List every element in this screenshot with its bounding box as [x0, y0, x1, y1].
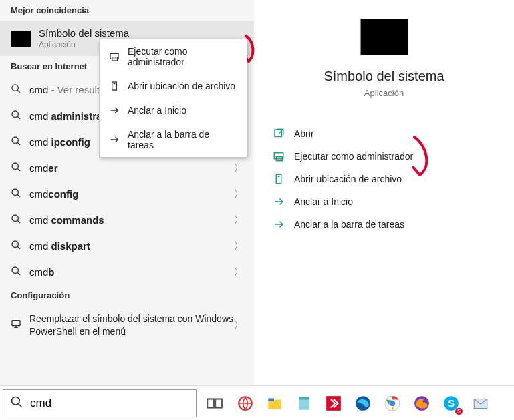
search-icon	[11, 188, 21, 200]
search-input[interactable]	[30, 397, 189, 410]
svg-text:S: S	[448, 397, 455, 409]
search-box[interactable]	[3, 389, 197, 417]
folder-icon	[109, 81, 120, 91]
chevron-right-icon: 〉	[234, 162, 243, 174]
search-icon	[11, 110, 21, 122]
action-loc[interactable]: Abrir ubicación de archivo	[273, 168, 495, 190]
monitor-icon	[11, 319, 21, 331]
open-icon	[273, 128, 285, 140]
taskbar-mail-icon[interactable]	[471, 393, 491, 413]
admin-icon	[109, 51, 120, 62]
action-pin-start-label: Anclar a Inicio	[294, 196, 353, 207]
svg-point-3	[12, 163, 18, 169]
action-pin-task-label: Anclar a la barra de tareas	[294, 219, 404, 230]
pin-start-icon	[273, 196, 285, 208]
svg-rect-8	[12, 321, 20, 326]
ctx-loc-label: Abrir ubicación de archivo	[128, 81, 235, 91]
svg-point-0	[12, 85, 18, 91]
svg-rect-9	[275, 130, 282, 137]
chevron-right-icon: 〉	[234, 240, 243, 252]
taskbar-edge-icon[interactable]	[353, 393, 373, 413]
taskbar-explorer-icon[interactable]	[265, 393, 285, 413]
search-icon	[11, 162, 21, 174]
context-menu: Ejecutar como administrador Abrir ubicac…	[99, 39, 247, 158]
web-result-row[interactable]: cmd commands〉	[0, 207, 254, 233]
web-result-row[interactable]: cmdb〉	[0, 259, 254, 285]
search-icon	[10, 395, 23, 411]
web-result-row[interactable]: cmder〉	[0, 155, 254, 181]
taskbar-anydesk-icon[interactable]	[324, 393, 344, 413]
web-result-row[interactable]: cmd diskpart〉	[0, 233, 254, 259]
search-icon	[11, 83, 21, 96]
pin-icon	[109, 105, 120, 116]
taskbar-notepad-icon[interactable]	[294, 393, 314, 413]
taskbar-firefox-icon[interactable]	[412, 393, 432, 413]
svg-rect-23	[299, 397, 309, 399]
badge: 5	[455, 408, 463, 415]
svg-point-7	[12, 267, 18, 273]
svg-point-2	[12, 137, 18, 143]
search-icon	[11, 136, 21, 148]
action-open[interactable]: Abrir	[273, 122, 495, 145]
chevron-right-icon: 〉	[234, 319, 243, 331]
app-sub: Aplicación	[364, 88, 404, 98]
svg-point-4	[12, 189, 18, 195]
ctx-pinstart-label: Anclar a Inicio	[128, 105, 186, 116]
cmd-icon	[11, 31, 31, 47]
task-view-icon[interactable]	[206, 395, 223, 412]
search-icon	[11, 214, 21, 226]
pin-task-icon	[273, 218, 285, 230]
action-loc-label: Abrir ubicación de archivo	[294, 174, 402, 184]
ctx-pin-task[interactable]: Anclar a la barra de tareas	[100, 122, 247, 157]
taskbar-app-icon[interactable]	[235, 393, 255, 413]
svg-rect-17	[207, 399, 214, 407]
taskbar-skype-icon[interactable]: S5	[441, 393, 461, 413]
folder-icon	[273, 173, 285, 185]
app-thumb	[360, 19, 408, 55]
svg-rect-18	[215, 399, 222, 407]
result-label: cmdconfig	[29, 188, 78, 200]
action-pin-task[interactable]: Anclar a la barra de tareas	[273, 213, 495, 236]
svg-point-16	[12, 397, 20, 405]
action-admin-label: Ejecutar como administrador	[294, 151, 413, 162]
svg-rect-15	[112, 82, 117, 90]
ctx-run-admin[interactable]: Ejecutar como administrador	[100, 39, 247, 74]
svg-point-6	[12, 241, 18, 247]
best-match-header: Mejor coincidencia	[0, 0, 254, 21]
settings-item[interactable]: Reemplazar el símbolo del sistema con Wi…	[0, 306, 254, 345]
svg-point-1	[12, 111, 18, 117]
chevron-right-icon: 〉	[234, 214, 243, 226]
result-label: cmd diskpart	[29, 240, 90, 252]
chevron-right-icon: 〉	[234, 266, 243, 278]
ctx-pin-start[interactable]: Anclar a Inicio	[100, 98, 247, 122]
chevron-right-icon: 〉	[234, 188, 243, 200]
search-icon	[11, 266, 21, 278]
svg-rect-21	[268, 398, 274, 401]
pin-icon	[109, 134, 120, 145]
result-label: cmd commands	[29, 214, 104, 226]
svg-point-27	[390, 400, 396, 406]
action-open-label: Abrir	[294, 128, 314, 139]
ctx-open-loc[interactable]: Abrir ubicación de archivo	[100, 74, 247, 98]
ctx-admin-label: Ejecutar como administrador	[128, 46, 237, 67]
svg-point-5	[12, 215, 18, 221]
web-result-row[interactable]: cmdconfig〉	[0, 181, 254, 207]
best-match-title: Símbolo del sistema	[39, 27, 129, 39]
settings-label: Reemplazar el símbolo del sistema con Wi…	[29, 312, 234, 338]
taskbar-chrome-icon[interactable]	[382, 393, 402, 413]
result-label: cmdb	[29, 266, 55, 278]
result-label: cmder	[29, 162, 58, 174]
action-pin-start[interactable]: Anclar a Inicio	[273, 190, 495, 213]
ctx-pintask-label: Anclar a la barra de tareas	[128, 129, 237, 150]
action-admin[interactable]: Ejecutar como administrador	[273, 145, 495, 168]
search-icon	[11, 240, 21, 252]
svg-rect-12	[276, 174, 281, 184]
admin-icon	[273, 150, 285, 162]
config-header: Configuración	[0, 285, 254, 306]
app-title: Símbolo del sistema	[324, 69, 444, 84]
result-label: cmd ipconfig	[29, 136, 90, 148]
